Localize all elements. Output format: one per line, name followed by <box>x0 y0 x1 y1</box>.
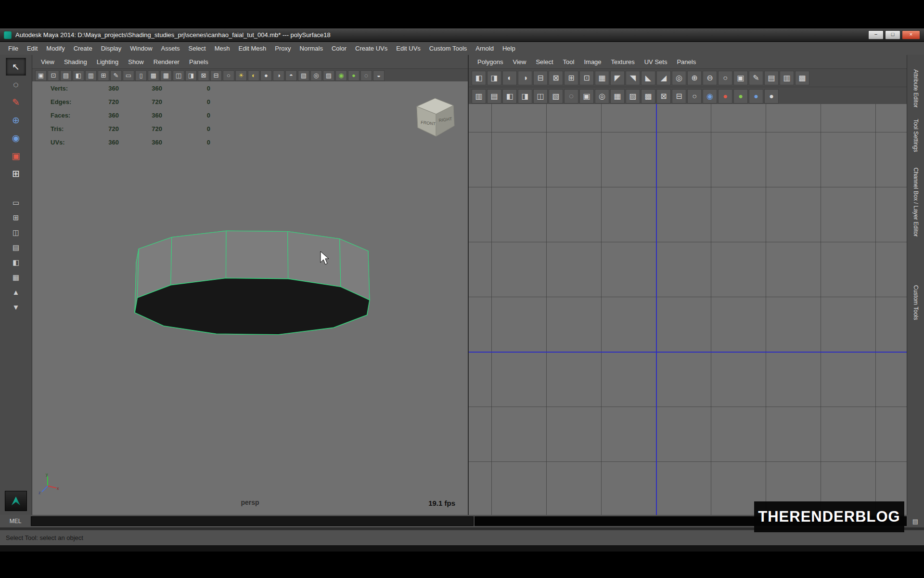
tab-custom-tools[interactable]: Custom Tools <box>912 285 919 320</box>
uv-snapshot-icon[interactable]: ▤ <box>764 71 779 85</box>
uv-menu-panels[interactable]: Panels <box>672 55 701 68</box>
camera-attributes-icon[interactable]: ▤ <box>60 70 72 81</box>
copy-uvs-icon[interactable]: ▥ <box>472 89 486 104</box>
move-and-sew-icon[interactable]: ⊡ <box>579 71 594 85</box>
maya-app-icon[interactable] <box>4 31 12 39</box>
uv-menu-select[interactable]: Select <box>531 55 558 68</box>
menu-arnold[interactable]: Arnold <box>471 42 498 55</box>
panel-menu-shading[interactable]: Shading <box>59 55 92 68</box>
move-tool-icon[interactable]: ⊕ <box>6 111 26 129</box>
isolate-select-uv-icon[interactable]: ◎ <box>672 71 686 85</box>
persp-viewport[interactable]: Verts: 360 360 0 Edges: 720 720 0 <box>32 81 468 515</box>
paste-u-icon[interactable]: ◧ <box>502 89 517 104</box>
lasso-tool-icon[interactable]: ◌ <box>6 76 26 93</box>
dim-image-icon[interactable]: ◎ <box>595 89 609 104</box>
isolate-select-icon[interactable]: ◎ <box>310 70 322 81</box>
menu-proxy[interactable]: Proxy <box>270 42 295 55</box>
close-button[interactable]: × <box>902 30 920 39</box>
tab-channel-box-layer-editor[interactable]: Channel Box / Layer Editor <box>912 168 919 236</box>
lighting-none-icon[interactable]: ○ <box>223 70 234 81</box>
resolution-gate-icon[interactable]: ▯ <box>135 70 147 81</box>
menu-edit[interactable]: Edit <box>23 42 42 55</box>
script-editor-icon[interactable]: ▤ <box>907 515 924 527</box>
paste-v-icon[interactable]: ◨ <box>518 89 532 104</box>
xray-icon[interactable]: ▨ <box>323 70 334 81</box>
smudge-uv-icon[interactable]: ◌ <box>564 89 578 104</box>
safe-action-icon[interactable]: ◫ <box>173 70 184 81</box>
layout-prev-icon[interactable]: ▲ <box>7 285 25 300</box>
edit-texture-icon[interactable]: ✎ <box>749 71 763 85</box>
panel-menu-view[interactable]: View <box>36 55 59 68</box>
menu-help[interactable]: Help <box>498 42 520 55</box>
uv-menu-view[interactable]: View <box>508 55 531 68</box>
menu-display[interactable]: Display <box>97 42 126 55</box>
menu-select[interactable]: Select <box>184 42 210 55</box>
menu-assets[interactable]: Assets <box>157 42 184 55</box>
wireframe-on-shaded-icon[interactable]: ◉ <box>335 70 347 81</box>
tab-attribute-editor[interactable]: Attribute Editor <box>912 69 919 107</box>
gate-mask-icon[interactable]: ▩ <box>148 70 159 81</box>
refresh-image-icon[interactable]: ◉ <box>703 89 717 104</box>
uv-viewport[interactable] <box>469 104 907 515</box>
screen-occlusion-icon[interactable]: ◑ <box>273 70 284 81</box>
shade-uvs-icon[interactable]: ▨ <box>626 89 640 104</box>
select-camera-icon[interactable]: ▣ <box>35 70 47 81</box>
layout-uvs-icon[interactable]: ▦ <box>595 71 609 85</box>
bookmark-view-icon[interactable]: ◧ <box>73 70 84 81</box>
display-checker-icon[interactable]: ⊠ <box>656 89 671 104</box>
rotate-tool-icon[interactable]: ◉ <box>6 129 26 147</box>
frame-selection-icon[interactable]: ⊟ <box>210 70 222 81</box>
uv-menu-textures[interactable]: Textures <box>606 55 640 68</box>
cut-uv-edges-icon[interactable]: ⊟ <box>533 71 548 85</box>
minimize-button[interactable]: − <box>868 30 884 39</box>
red-channel-icon[interactable]: ● <box>718 89 732 104</box>
uv-menu-image[interactable]: Image <box>579 55 606 68</box>
scale-tool-icon[interactable]: ▣ <box>6 147 26 165</box>
menu-file[interactable]: File <box>4 42 23 55</box>
menu-color[interactable]: Color <box>327 42 351 55</box>
mel-toggle[interactable]: MEL <box>0 515 31 527</box>
use-image-ratio-icon[interactable]: ○ <box>687 89 702 104</box>
layout-two-panes-icon[interactable]: ◫ <box>7 225 25 240</box>
film-gate-icon[interactable]: ▭ <box>123 70 134 81</box>
display-image-icon[interactable]: ▣ <box>733 71 748 85</box>
menu-modify[interactable]: Modify <box>42 42 69 55</box>
texture-borders-icon[interactable]: ▩ <box>641 89 655 104</box>
multisample-icon[interactable]: ▧ <box>298 70 309 81</box>
lighting-selected-icon[interactable]: ◐ <box>248 70 259 81</box>
menu-create[interactable]: Create <box>69 42 97 55</box>
uv-menu-tool[interactable]: Tool <box>558 55 579 68</box>
lock-camera-icon[interactable]: ⊡ <box>48 70 59 81</box>
menu-edit-mesh[interactable]: Edit Mesh <box>234 42 271 55</box>
layout-outliner-persp-icon[interactable]: ◧ <box>7 255 25 270</box>
frame-all-icon[interactable]: ⊠ <box>198 70 209 81</box>
remove-from-isolation-icon[interactable]: ⊖ <box>703 71 717 85</box>
rotate-uv-cw-icon[interactable]: ◑ <box>518 71 532 85</box>
align-v-max-icon[interactable]: ◢ <box>656 71 671 85</box>
view-cube[interactable]: FRONT RIGHT <box>411 94 457 138</box>
grease-pencil-icon[interactable]: ✎ <box>110 70 122 81</box>
cycle-uvs-icon[interactable]: ◫ <box>533 89 548 104</box>
panel-menu-show[interactable]: Show <box>123 55 149 68</box>
select-tool-icon[interactable]: ↖ <box>6 58 26 76</box>
add-to-isolation-icon[interactable]: ⊕ <box>687 71 702 85</box>
tab-tool-settings[interactable]: Tool Settings <box>912 119 919 152</box>
uv-menu-uv-sets[interactable]: UV Sets <box>640 55 672 68</box>
layout-three-panes-icon[interactable]: ▤ <box>7 240 25 255</box>
flip-v-icon[interactable]: ◨ <box>487 71 501 85</box>
layout-next-icon[interactable]: ▼ <box>7 300 25 315</box>
uv-menu-polygons[interactable]: Polygons <box>473 55 508 68</box>
panel-menu-lighting[interactable]: Lighting <box>92 55 124 68</box>
pan-zoom-icon[interactable]: ⊞ <box>98 70 109 81</box>
alpha-channel-icon[interactable]: ● <box>764 89 779 104</box>
safe-title-icon[interactable]: ◨ <box>185 70 197 81</box>
green-channel-icon[interactable]: ● <box>733 89 748 104</box>
menu-edit-uvs[interactable]: Edit UVs <box>392 42 425 55</box>
pixel-snap-icon[interactable]: ▩ <box>795 71 809 85</box>
panel-menu-renderer[interactable]: Renderer <box>149 55 184 68</box>
rotate-uv-ccw-icon[interactable]: ◐ <box>502 71 517 85</box>
align-u-max-icon[interactable]: ◥ <box>626 71 640 85</box>
paint-selection-tool-icon[interactable]: ✎ <box>6 93 26 111</box>
toggle-isolation-icon[interactable]: ○ <box>718 71 732 85</box>
motion-blur-icon[interactable]: ◓ <box>285 70 297 81</box>
